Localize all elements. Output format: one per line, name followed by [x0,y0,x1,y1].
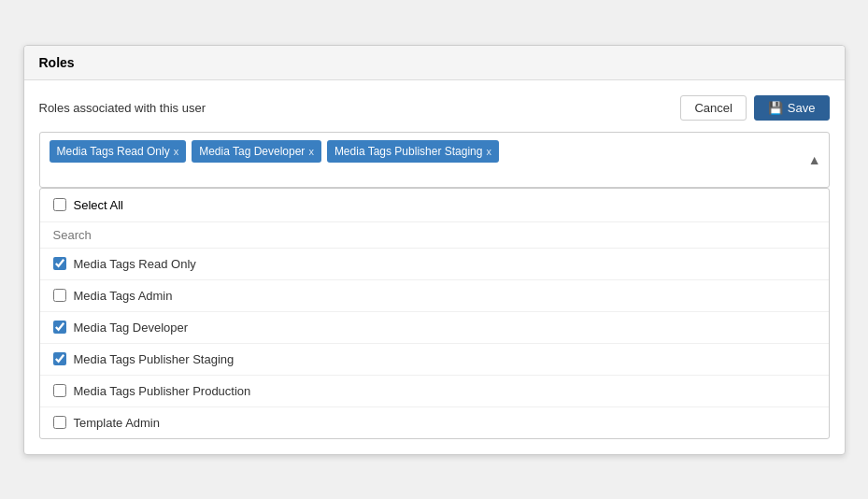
option-label[interactable]: Media Tags Publisher Staging [74,352,235,366]
select-all-checkbox[interactable] [53,198,66,211]
tag-label: Media Tags Publisher Staging [334,145,483,158]
roles-panel: Roles Roles associated with this user Ca… [23,45,846,455]
tag-remove-button[interactable]: x [174,146,179,157]
option-checkbox-media-tags-publisher-production[interactable] [53,384,66,397]
option-label[interactable]: Media Tags Admin [74,289,173,303]
panel-body: Roles associated with this user Cancel 💾… [24,80,845,454]
option-checkbox-media-tags-read-only[interactable] [53,257,66,270]
tag-media-tags-publisher-staging[interactable]: Media Tags Publisher Staging x [327,140,499,163]
tag-label: Media Tags Read Only [57,145,170,158]
save-button[interactable]: 💾 Save [754,95,830,121]
save-icon: 💾 [768,101,783,115]
select-all-row[interactable]: Select All [40,189,829,222]
action-buttons: Cancel 💾 Save [680,95,829,121]
tag-label: Media Tag Developer [199,145,305,158]
list-item[interactable]: Media Tag Developer [40,312,829,344]
option-label[interactable]: Template Admin [74,416,161,430]
list-item[interactable]: Media Tags Admin [40,280,829,312]
tag-remove-button[interactable]: x [486,146,491,157]
panel-title: Roles [24,46,845,80]
selected-tags-container[interactable]: Media Tags Read Only x Media Tag Develop… [39,132,830,188]
roles-associated-label: Roles associated with this user [39,101,206,115]
option-checkbox-media-tag-developer[interactable] [53,321,66,334]
option-label[interactable]: Media Tag Developer [74,321,189,335]
tag-remove-button[interactable]: x [308,146,314,157]
tag-media-tag-developer[interactable]: Media Tag Developer x [192,140,321,163]
list-item[interactable]: Template Admin [40,407,829,438]
roles-header-row: Roles associated with this user Cancel 💾… [39,95,830,121]
save-label: Save [788,101,816,115]
list-item[interactable]: Media Tags Publisher Production [40,376,829,407]
dropdown-panel: Select All Media Tags Read Only Media Ta… [39,188,830,439]
search-input[interactable] [53,228,816,242]
list-item[interactable]: Media Tags Publisher Staging [40,344,829,376]
option-checkbox-media-tags-admin[interactable] [53,289,66,302]
tag-media-tags-read-only[interactable]: Media Tags Read Only x [50,140,187,163]
option-checkbox-media-tags-publisher-staging[interactable] [53,352,66,365]
option-label[interactable]: Media Tags Read Only [74,257,196,271]
select-all-label[interactable]: Select All [74,198,123,212]
cancel-button[interactable]: Cancel [680,95,746,121]
option-checkbox-template-admin[interactable] [53,416,66,429]
chevron-up-icon[interactable]: ▲ [808,152,821,167]
options-list: Media Tags Read Only Media Tags Admin Me… [40,249,829,438]
option-label[interactable]: Media Tags Publisher Production [74,384,251,398]
search-row[interactable] [40,222,829,249]
list-item[interactable]: Media Tags Read Only [40,249,829,280]
